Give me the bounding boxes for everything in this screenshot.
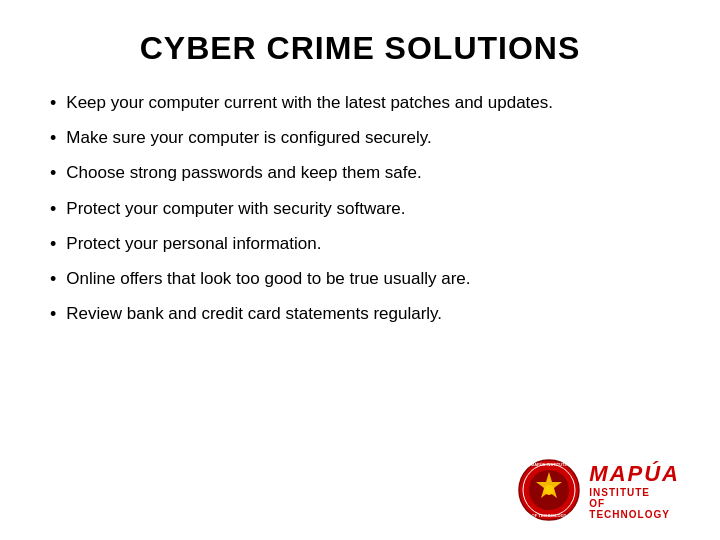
bullet-text-1: Keep your computer current with the late…	[66, 91, 670, 115]
bullet-icon: •	[50, 232, 56, 257]
list-item: • Make sure your computer is configured …	[50, 126, 670, 151]
bullet-icon: •	[50, 267, 56, 292]
logo-name: MAPÚA	[589, 461, 680, 487]
list-item: • Keep your computer current with the la…	[50, 91, 670, 116]
bullet-text-6: Online offers that look too good to be t…	[66, 267, 670, 291]
list-item: • Protect your personal information.	[50, 232, 670, 257]
bullet-icon: •	[50, 161, 56, 186]
logo-text-block: MAPÚA INSTITUTE OF TECHNOLOGY	[589, 461, 680, 520]
bullet-icon: •	[50, 302, 56, 327]
slide: CYBER CRIME SOLUTIONS • Keep your comput…	[0, 0, 720, 540]
logo-wrapper: MAPÚA INSTITUTE OF TECHNOLOGY MAPÚA INST…	[517, 458, 680, 522]
mapua-seal-icon: MAPÚA INSTITUTE OF TECHNOLOGY	[517, 458, 581, 522]
list-item: • Protect your computer with security so…	[50, 197, 670, 222]
list-item: • Online offers that look too good to be…	[50, 267, 670, 292]
svg-point-4	[544, 485, 554, 495]
logo-area: MAPÚA INSTITUTE OF TECHNOLOGY MAPÚA INST…	[517, 458, 680, 522]
bullet-text-3: Choose strong passwords and keep them sa…	[66, 161, 670, 185]
list-item: • Review bank and credit card statements…	[50, 302, 670, 327]
svg-text:MAPÚA INSTITUTE: MAPÚA INSTITUTE	[531, 462, 568, 467]
list-item: • Choose strong passwords and keep them …	[50, 161, 670, 186]
bullet-text-2: Make sure your computer is configured se…	[66, 126, 670, 150]
logo-line2: OF	[589, 498, 605, 509]
logo-line3: TECHNOLOGY	[589, 509, 670, 520]
bullet-list: • Keep your computer current with the la…	[50, 91, 670, 520]
bullet-icon: •	[50, 91, 56, 116]
bullet-icon: •	[50, 126, 56, 151]
svg-text:OF TECHNOLOGY: OF TECHNOLOGY	[532, 513, 567, 518]
bullet-text-7: Review bank and credit card statements r…	[66, 302, 670, 326]
bullet-icon: •	[50, 197, 56, 222]
bullet-text-5: Protect your personal information.	[66, 232, 670, 256]
slide-title: CYBER CRIME SOLUTIONS	[50, 30, 670, 67]
bullet-text-4: Protect your computer with security soft…	[66, 197, 670, 221]
logo-line1: INSTITUTE	[589, 487, 650, 498]
